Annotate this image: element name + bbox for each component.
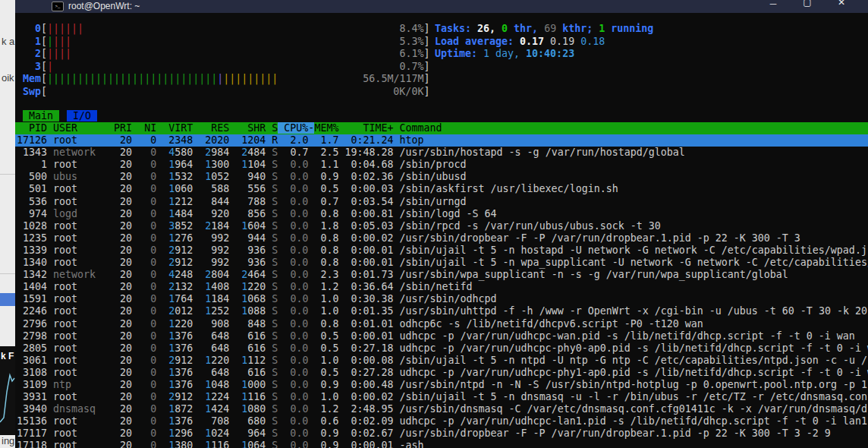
column-header-user[interactable]: USER <box>53 122 114 134</box>
process-table: PID USER PRI NI VIRT RES SHR S CPU%-MEM%… <box>15 122 868 448</box>
background-text-fragment: k F <box>1 351 14 361</box>
column-header-mem[interactable]: MEM% <box>314 122 338 134</box>
close-button[interactable]: ✕ <box>835 0 848 8</box>
desktop: k a oik k F ing >_ root@OpenWrt: ~ ─ ▢ ✕… <box>0 0 868 448</box>
process-row[interactable]: 2805 root 20 0 1376 648 616 S 0.0 0.5 0:… <box>15 342 868 355</box>
process-row[interactable]: 1404 root 20 0 2132 1408 1220 S 0.0 1.2 … <box>15 281 868 293</box>
window-title: root@OpenWrt: ~ <box>68 1 140 11</box>
process-row[interactable]: 3061 root 20 0 2912 1220 1112 S 0.0 1.0 … <box>15 355 868 367</box>
process-row[interactable]: 3108 root 20 0 1376 648 616 S 0.0 0.5 0:… <box>15 367 868 379</box>
background-divider <box>0 174 15 175</box>
background-divider <box>0 273 15 274</box>
column-header-time[interactable]: TIME+ <box>338 122 393 134</box>
background-dark-panel: k F <box>0 346 15 435</box>
process-row[interactable]: 3931 root 20 0 2912 1224 1116 S 0.0 1.0 … <box>15 391 868 403</box>
process-row[interactable]: 2798 root 20 0 1376 648 616 S 0.0 0.5 0:… <box>15 330 868 342</box>
screen-tabs: Main I/O <box>23 110 97 122</box>
process-row[interactable]: 3940 dnsmasq 20 0 1872 1424 1080 S 0.0 1… <box>15 403 868 415</box>
process-row[interactable]: 1028 root 20 0 3852 2184 1604 S 0.0 1.8 … <box>15 220 868 232</box>
tab-main[interactable]: Main <box>23 110 59 121</box>
process-row[interactable]: 1342 network 20 0 4248 2804 2464 S 0.0 2… <box>15 269 868 281</box>
process-row[interactable]: 17126 root 20 0 2348 2020 1204 R 2.0 1.7… <box>15 134 868 147</box>
column-header-shr[interactable]: SHR <box>229 122 266 134</box>
column-header-pri[interactable]: PRI <box>114 122 132 134</box>
process-row[interactable]: 1591 root 20 0 1764 1184 1068 S 0.0 1.0 … <box>15 293 868 305</box>
column-header-ni[interactable]: NI <box>132 122 156 134</box>
system-summary: Tasks: 26, 0 thr, 69 kthr; 1 runningLoad… <box>435 23 653 61</box>
process-row[interactable]: 2246 root 20 0 2012 1252 1088 S 0.0 1.0 … <box>15 305 868 317</box>
process-row[interactable]: 1340 root 20 0 2912 992 936 S 0.0 0.8 0:… <box>15 257 868 269</box>
process-row[interactable]: 3109 ntp 20 0 1376 1048 1000 S 0.0 0.9 0… <box>15 379 868 391</box>
process-row[interactable]: 17118 root 20 0 1380 1116 1064 S 0.0 0.9… <box>15 440 868 448</box>
tasks-line: Tasks: 26, 0 thr, 69 kthr; 1 running <box>435 23 653 36</box>
process-row[interactable]: 1343 network 20 0 4580 2984 2484 S 0.7 2… <box>15 147 868 159</box>
process-row[interactable]: 17117 root 20 0 1296 1024 964 S 0.0 0.9 … <box>15 427 868 440</box>
table-header-row: PID USER PRI NI VIRT RES SHR S CPU%-MEM%… <box>15 122 868 134</box>
process-row[interactable]: 2796 root 20 0 1220 908 848 S 0.0 0.8 0:… <box>15 318 868 330</box>
uptime-line: Uptime: 1 day, 10:40:23 <box>435 48 653 61</box>
column-header-pid[interactable]: PID <box>17 122 47 134</box>
minimize-button[interactable]: ─ <box>766 0 780 9</box>
process-row[interactable]: 501 root 20 0 1060 588 556 S 0.0 0.5 0:0… <box>15 183 868 195</box>
title-bar[interactable]: >_ root@OpenWrt: ~ ─ ▢ ✕ <box>15 0 868 13</box>
htop-screen: 0[|||||| 8.4%] 1[|||| 5.3%] 2[|||| 6.1%] <box>15 13 868 448</box>
process-row[interactable]: 15136 root 20 0 1376 708 680 S 0.0 0.6 0… <box>15 415 868 427</box>
column-header-cpu[interactable]: CPU%- <box>278 122 314 134</box>
column-header-virt[interactable]: VIRT <box>156 122 193 134</box>
background-selection-bar <box>0 293 15 306</box>
background-text-fragment: oik <box>2 72 14 84</box>
process-row[interactable]: 1235 root 20 0 1276 992 944 S 0.0 0.8 0:… <box>15 232 868 245</box>
cpu-memory-meters: 0[|||||| 8.4%] 1[|||| 5.3%] 2[|||| 6.1%] <box>23 23 429 98</box>
column-header-s[interactable]: S <box>266 122 278 134</box>
process-row[interactable]: 974 logd 20 0 1484 920 856 S 0.0 0.8 0:0… <box>15 208 868 220</box>
column-header-res[interactable]: RES <box>193 122 229 134</box>
process-row[interactable]: 500 ubus 20 0 1532 1052 940 S 0.0 0.9 0:… <box>15 171 868 183</box>
tab-io[interactable]: I/O <box>67 110 97 121</box>
process-row[interactable]: 536 root 20 0 1212 844 788 S 0.0 0.7 0:0… <box>15 196 868 208</box>
background-window[interactable]: k a oik k F ing <box>0 0 15 448</box>
column-header-command[interactable]: Command <box>393 122 442 134</box>
terminal-window: >_ root@OpenWrt: ~ ─ ▢ ✕ 0[|||||| 8.4%] … <box>15 0 868 448</box>
background-text-fragment: ing <box>2 435 14 446</box>
load-average-line: Load average: 0.17 0.19 0.18 <box>435 36 653 49</box>
process-row[interactable]: 1339 root 20 0 2912 992 936 S 0.0 0.8 0:… <box>15 245 868 257</box>
cmd-icon: >_ <box>52 2 64 11</box>
background-text-fragment: k a <box>2 36 14 47</box>
background-chart-curve <box>0 371 15 431</box>
maximize-button[interactable]: ▢ <box>800 0 814 8</box>
process-row[interactable]: 1 root 20 0 1964 1300 1104 S 0.0 1.1 0:0… <box>15 159 868 171</box>
